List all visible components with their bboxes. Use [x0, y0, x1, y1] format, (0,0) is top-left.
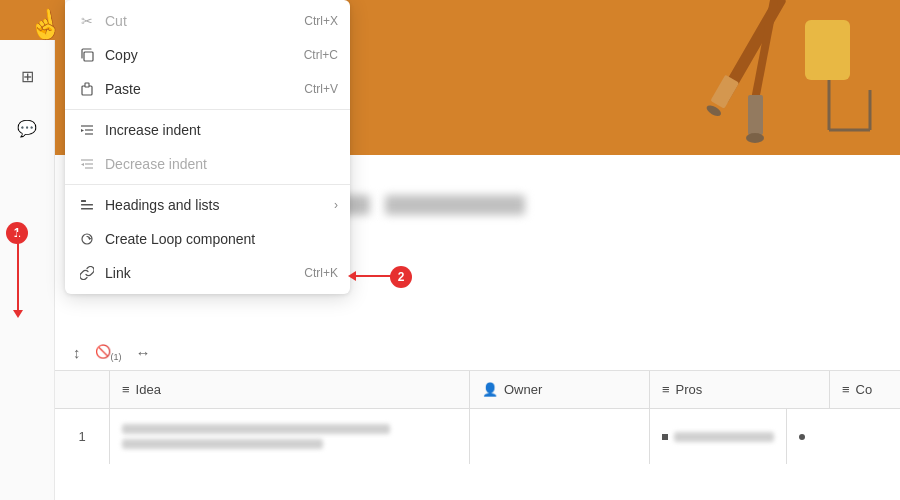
sidebar: ⊞ 💬	[0, 40, 55, 500]
svg-rect-11	[81, 208, 93, 210]
table-header-empty	[55, 371, 110, 408]
table-cell-pros	[650, 409, 787, 464]
cut-icon: ✂	[77, 11, 97, 31]
co-header-icon: ≡	[842, 382, 850, 397]
menu-item-create-loop-label: Create Loop component	[105, 231, 338, 247]
svg-rect-2	[85, 83, 89, 87]
menu-item-decrease-indent-label: Decrease indent	[105, 156, 338, 172]
menu-item-link-shortcut: Ctrl+K	[304, 266, 338, 280]
table-header-co: ≡ Co	[830, 371, 900, 408]
menu-item-link[interactable]: Link Ctrl+K	[65, 256, 350, 290]
menu-item-headings-lists-label: Headings and lists	[105, 197, 326, 213]
table-cell-owner	[470, 409, 650, 464]
paste-icon	[77, 79, 97, 99]
menu-item-increase-indent-label: Increase indent	[105, 122, 338, 138]
table-section: ≡ Idea 👤 Owner ≡ Pros ≡ Co 1	[55, 370, 900, 500]
table-header-pros: ≡ Pros	[650, 371, 830, 408]
menu-item-cut-label: Cut	[105, 13, 284, 29]
menu-item-copy[interactable]: Copy Ctrl+C	[65, 38, 350, 72]
table-header: ≡ Idea 👤 Owner ≡ Pros ≡ Co	[55, 371, 900, 409]
headings-lists-icon	[77, 195, 97, 215]
loop-icon	[77, 229, 97, 249]
menu-item-cut[interactable]: ✂ Cut Ctrl+X	[65, 4, 350, 38]
menu-divider-1	[65, 109, 350, 110]
owner-header-icon: 👤	[482, 382, 498, 397]
pros-header-icon: ≡	[662, 382, 670, 397]
menu-item-decrease-indent[interactable]: Decrease indent	[65, 147, 350, 181]
menu-item-cut-shortcut: Ctrl+X	[304, 14, 338, 28]
decrease-indent-icon	[77, 154, 97, 174]
svg-rect-0	[84, 52, 93, 61]
menu-item-copy-shortcut: Ctrl+C	[304, 48, 338, 62]
context-menu: ✂ Cut Ctrl+X Copy Ctrl+C Paste Ctrl+V	[65, 0, 350, 294]
svg-rect-24	[540, 0, 900, 155]
sidebar-chat-icon[interactable]: 💬	[11, 112, 43, 144]
sidebar-grid-icon[interactable]: ⊞	[11, 60, 43, 92]
menu-item-paste-shortcut: Ctrl+V	[304, 82, 338, 96]
menu-divider-2	[65, 184, 350, 185]
table-row: 1	[55, 409, 900, 464]
menu-item-link-label: Link	[105, 265, 284, 281]
menu-item-create-loop[interactable]: Create Loop component	[65, 222, 350, 256]
annotation-2: 2	[390, 266, 412, 288]
svg-rect-10	[81, 204, 93, 206]
cursor-icon: ☝	[25, 5, 65, 44]
link-icon	[77, 263, 97, 283]
table-header-idea: ≡ Idea	[110, 371, 470, 408]
hide-icon[interactable]: 🚫(1)	[95, 344, 122, 362]
expand-icon[interactable]: ↔	[136, 344, 151, 361]
annotation-2-arrow	[354, 275, 394, 277]
sort-icon[interactable]: ↕	[73, 344, 81, 361]
table-cell-co	[787, 409, 900, 464]
menu-item-increase-indent[interactable]: Increase indent	[65, 113, 350, 147]
svg-rect-9	[81, 200, 86, 202]
menu-item-paste[interactable]: Paste Ctrl+V	[65, 72, 350, 106]
table-cell-idea	[110, 409, 470, 464]
copy-icon	[77, 45, 97, 65]
table-header-owner: 👤 Owner	[470, 371, 650, 408]
paint-tools-image	[540, 0, 900, 155]
bottom-toolbar: ↕ 🚫(1) ↔	[65, 340, 159, 366]
menu-item-paste-label: Paste	[105, 81, 284, 97]
menu-item-copy-label: Copy	[105, 47, 284, 63]
table-row-number: 1	[55, 409, 110, 464]
menu-item-headings-lists[interactable]: Headings and lists ›	[65, 188, 350, 222]
annotation-1-arrow	[17, 232, 19, 312]
idea-header-icon: ≡	[122, 382, 130, 397]
menu-item-headings-arrow: ›	[334, 198, 338, 212]
increase-indent-icon	[77, 120, 97, 140]
